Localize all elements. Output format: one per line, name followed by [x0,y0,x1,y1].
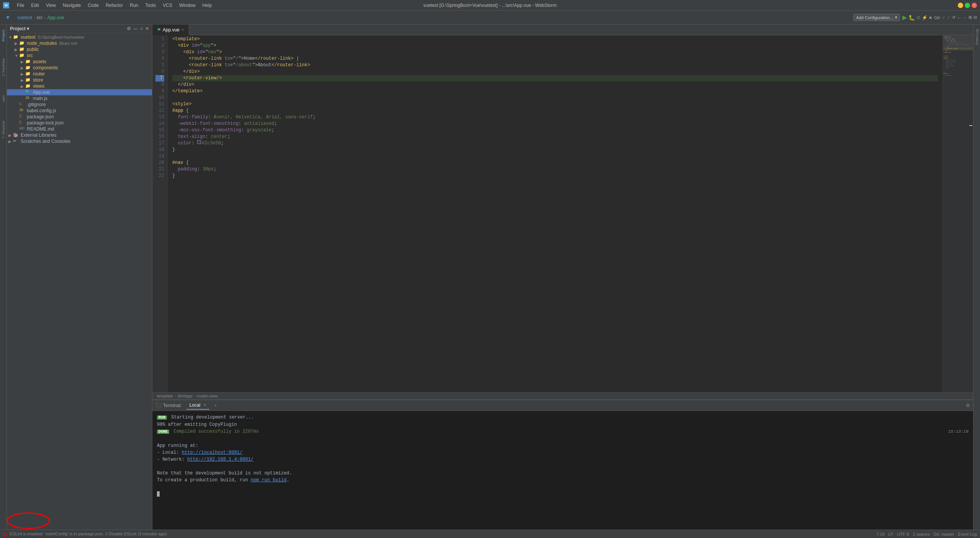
minimize-button[interactable]: － [958,3,963,8]
sidebar-item-project[interactable]: Project [0,26,7,45]
tab-local[interactable]: Local ✕ [186,401,210,410]
terminal-area: ⬛ Terminal: Local ✕ ＋ ⚙ RUN Starting dev… [152,399,973,530]
breadcrumb-div-app[interactable]: div#app [178,394,193,398]
sidebar-item-favorites[interactable]: 2: Favorites [0,57,7,77]
tree-item-app-vue[interactable]: ⚑ App.vue [7,89,152,95]
sep1: › [34,15,35,20]
statusbar-line-col[interactable]: 7:19 [876,532,884,536]
run-with-button[interactable]: ⚡ [922,15,928,20]
tree-path-vuetest: G:\SpringBoot+Vue\vuetest [38,35,84,39]
git-back[interactable]: ← [957,15,961,20]
git-more2[interactable]: ⊟ [973,15,977,20]
git-refresh[interactable]: ↺ [952,15,956,20]
tab-close-icon[interactable]: ✕ [181,28,184,32]
coverage-button[interactable]: ⊙ [916,15,920,20]
term-local-label: - Local: [157,450,182,455]
app-icon: W [3,2,9,8]
tree-item-package-lock-json[interactable]: {} package-lock.json [7,120,152,126]
tree-item-vuetest[interactable]: ▼ 📁 vuetest G:\SpringBoot+Vue\vuetest [7,34,152,40]
tree-item-node-modules[interactable]: ▶ 📁 node_modules library root [7,40,152,46]
statusbar-event-log[interactable]: Event Log [958,532,977,536]
toolbar-src[interactable]: src [37,15,43,20]
sidebar-item-npm[interactable]: npm [0,89,7,108]
tree-item-router[interactable]: ▶ 📁 router [7,71,152,77]
git-check1[interactable]: ✓ [942,15,946,20]
statusbar-indent[interactable]: 2 spaces [913,532,930,536]
tree-item-scratches[interactable]: ▶ ✏ Scratches and Consoles [7,138,152,144]
git-bar: Git: ✓ ✓ ↺ ← → ⊞ ⊟ [934,15,977,20]
tab-app-vue[interactable]: ⚑ App.vue ✕ [152,25,189,35]
run-button[interactable]: ▶ [902,14,907,21]
tree-item-store[interactable]: ▶ 📁 store [7,77,152,83]
gear-icon[interactable]: ≡ [140,26,143,31]
toolbar-vuetest[interactable]: vuetest [17,15,32,20]
term-network-link[interactable]: http://192.168.1.4:8081/ [187,457,253,462]
term-line-98: 98% after emitting CopyPlugin [157,421,969,428]
editor-tabs: ⚑ App.vue ✕ [152,25,973,35]
tree-label-gitignore: .gitignore [27,102,46,107]
code-line-4: <router-link to="/">Home</router-link> | [172,56,938,62]
debug-button[interactable]: 🐛 [908,15,915,21]
title-bar: W File Edit View Navigate Code Refactor … [0,0,980,11]
menu-file[interactable]: File [14,2,27,9]
code-line-7: <router-view/> [172,75,938,82]
breadcrumb-template[interactable]: template [157,394,173,398]
term-line-cursor [157,491,969,497]
git-forward[interactable]: → [963,15,967,20]
menu-edit[interactable]: Edit [28,2,42,9]
tree-item-src[interactable]: ▼ 📁 src [7,52,152,59]
tree-item-views[interactable]: ▶ 📁 views [7,83,152,89]
term-npm-run-build-link[interactable]: npm run build [251,477,287,483]
tree-item-external-libs[interactable]: ▶ 📚 External Libraries [7,132,152,138]
sidebar-item-structure[interactable]: 7: Structure [0,120,7,139]
tree-label-scratches: Scratches and Consoles [21,139,70,144]
maximize-button[interactable]: ＋ [965,3,970,8]
close-button[interactable]: ✕ [972,3,977,8]
add-terminal-button[interactable]: ＋ [211,401,220,409]
tab-local-label: Local [189,402,201,408]
term-local-link[interactable]: http://localhost:8081/ [182,450,242,455]
tree-item-assets[interactable]: ▶ 📁 assets [7,59,152,65]
event-log-icon[interactable]: Event Log [975,29,979,45]
menu-window[interactable]: Window [176,2,199,9]
tree-item-gitignore[interactable]: G .gitignore [7,101,152,108]
tree-item-main-js[interactable]: JS main.js [7,95,152,101]
menu-vcs[interactable]: VCS [160,2,175,9]
tree-label-public: public [27,47,39,52]
settings-icon[interactable]: ⚙ [127,26,131,31]
tree-label-main-js: main.js [33,96,47,101]
tab-local-close[interactable]: ✕ [203,403,206,407]
menu-refactor[interactable]: Refactor [103,2,126,9]
toolbar-project-icon: ▼ [3,14,13,21]
menu-code[interactable]: Code [85,2,102,9]
collapse-icon[interactable]: — [133,26,138,31]
terminal-icon: ⬛ [155,402,162,408]
code-content[interactable]: <template> <div id="app"> <div id="nav">… [168,35,942,392]
editor-area: ⚑ App.vue ✕ 12345 678910 1112131415 1617… [152,25,973,530]
tree-item-public[interactable]: ▶ 📁 public [7,46,152,52]
stop-button[interactable]: ■ [929,15,932,20]
add-config-button[interactable]: Add Configuration... ▾ [853,14,900,21]
git-check2[interactable]: ✓ [947,15,951,20]
menu-run[interactable]: Run [127,2,141,9]
menu-view[interactable]: View [43,2,59,9]
code-editor[interactable]: 12345 678910 1112131415 1617181920 2122 … [152,35,973,392]
statusbar-right: 7:19 LF UTF-8 2 spaces Git: master Event… [876,532,977,536]
breadcrumb-router-view[interactable]: router-view [197,394,217,398]
statusbar-git-branch[interactable]: Git: master [934,532,954,536]
terminal-content[interactable]: RUN Starting development server... 98% a… [152,411,973,530]
terminal-settings-button[interactable]: ⚙ [966,403,970,408]
toolbar: ▼ vuetest › src › App.vue Add Configurat… [0,11,980,25]
menu-help[interactable]: Help [199,2,215,9]
menu-tools[interactable]: Tools [142,2,159,9]
git-more1[interactable]: ⊞ [969,15,972,20]
tree-item-babel-config[interactable]: JS babel.config.js [7,108,152,114]
tree-item-readme[interactable]: MD README.md [7,126,152,132]
toolbar-file[interactable]: App.vue [47,15,64,20]
close-panel-icon[interactable]: ✕ [145,26,149,31]
statusbar-encoding[interactable]: UTF-8 [897,532,909,536]
tree-item-package-json[interactable]: {} package.json [7,114,152,120]
menu-navigate[interactable]: Navigate [60,2,84,9]
tree-item-components[interactable]: ▶ 📁 components [7,65,152,71]
editor-breadcrumb: template › div#app › router-view [152,392,973,399]
